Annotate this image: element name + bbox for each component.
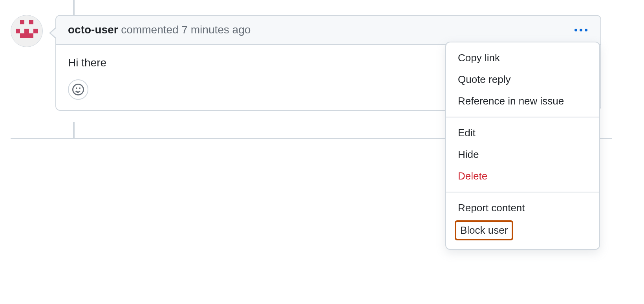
menu-item-copy-link[interactable]: Copy link [446, 47, 599, 69]
add-reaction-button[interactable] [68, 79, 88, 100]
comment-verb: commented [121, 24, 178, 36]
timeline-line-top [73, 0, 75, 15]
timeline-line-bottom [73, 122, 75, 138]
menu-item-report-content[interactable]: Report content [446, 197, 599, 219]
menu-item-block-user[interactable]: Block user [455, 220, 513, 240]
kebab-icon[interactable] [573, 25, 589, 35]
menu-item-reference-issue[interactable]: Reference in new issue [446, 90, 599, 112]
menu-item-delete[interactable]: Delete [446, 165, 599, 187]
avatar[interactable] [11, 15, 43, 47]
avatar-identicon [11, 15, 42, 47]
menu-item-hide[interactable]: Hide [446, 144, 599, 165]
comment-actions-menu: Copy link Quote reply Reference in new i… [445, 42, 600, 250]
comment-author[interactable]: octo-user [68, 24, 118, 36]
comment-caret [49, 27, 56, 39]
smiley-icon [72, 84, 84, 95]
menu-item-edit[interactable]: Edit [446, 122, 599, 144]
comment-timestamp[interactable]: 7 minutes ago [181, 24, 251, 36]
comment-header: octo-user commented 7 minutes ago [56, 16, 600, 45]
menu-item-quote-reply[interactable]: Quote reply [446, 69, 599, 90]
comment-header-text: octo-user commented 7 minutes ago [68, 24, 251, 36]
